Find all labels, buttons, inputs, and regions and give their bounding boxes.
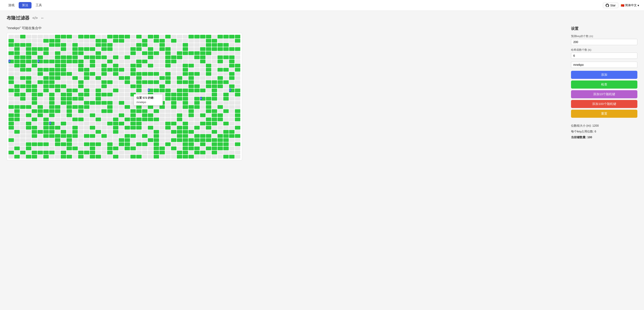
- grid-cell: [96, 76, 101, 80]
- n-input[interactable]: [571, 39, 637, 45]
- grid-cell: [26, 155, 31, 158]
- grid-cell: [154, 47, 159, 51]
- grid-cell: [177, 118, 182, 121]
- nav-game[interactable]: 游戏: [5, 2, 18, 8]
- grid-cell: [119, 105, 124, 109]
- grid-cell: [14, 39, 20, 43]
- grid-cell: [96, 97, 101, 101]
- grid-cell: [55, 126, 60, 130]
- grid-cell: [20, 130, 26, 134]
- grid-cell: [136, 35, 142, 38]
- add-10-button[interactable]: 添加10个随机键: [571, 90, 637, 98]
- grid-cell: [160, 126, 165, 130]
- grid-cell: [154, 64, 159, 67]
- grid-cell: [32, 35, 37, 38]
- grid-cell: [96, 101, 101, 105]
- grid-cell: [20, 151, 26, 155]
- grid-cell: [107, 68, 112, 72]
- grid-cell: [8, 84, 14, 88]
- grid-cell: [14, 101, 20, 105]
- grid-cell: [49, 113, 54, 117]
- grid-cell: [78, 142, 84, 146]
- grid-cell: [154, 51, 159, 55]
- grid-cell: [107, 39, 112, 43]
- grid-cell: [177, 147, 182, 150]
- grid-cell: [66, 51, 72, 55]
- grid-cell: [102, 147, 107, 150]
- add-button[interactable]: 添加: [571, 71, 637, 79]
- grid-cell: [107, 89, 112, 92]
- grid-cell: [90, 72, 95, 76]
- grid-cell: [49, 130, 54, 134]
- grid-cell: [38, 68, 43, 72]
- check-button[interactable]: 检查: [571, 81, 637, 89]
- k-input[interactable]: [571, 53, 637, 59]
- grid-cell: [183, 89, 188, 92]
- grid-cell: [188, 101, 194, 105]
- grid-cell: [212, 55, 217, 59]
- grid-cell: [90, 84, 95, 88]
- grid-cell: [90, 39, 95, 43]
- grid-cell: [235, 101, 240, 105]
- grid-cell: 5: [229, 89, 234, 92]
- grid-cell: [113, 76, 118, 80]
- grid-cell: [148, 60, 153, 63]
- grid-cell: [177, 89, 182, 92]
- grid-cell: [66, 93, 72, 96]
- grid-cell: [119, 138, 124, 142]
- grid-cell: [49, 134, 54, 138]
- bloom-area: "mnekpo" 可能在集合中 146523 位置 572 的键: mnekpo: [7, 26, 564, 160]
- grid-cell: [119, 55, 124, 59]
- grid-cell: [107, 93, 112, 96]
- grid-cell: [96, 47, 101, 51]
- grid-cell: [113, 55, 118, 59]
- grid-cell: [206, 155, 211, 158]
- grid-cell: [55, 138, 60, 142]
- grid-cell: [102, 130, 107, 134]
- key-input[interactable]: [571, 62, 637, 68]
- lang-button[interactable]: 🇨🇳 简体中文 ▾: [621, 3, 639, 7]
- stat-count: 当前键数量: 100: [571, 134, 637, 140]
- grid-cell: [78, 60, 84, 63]
- grid-cell: [165, 55, 171, 59]
- grid-cell: [235, 134, 240, 138]
- grid-cell: [200, 51, 206, 55]
- grid-cell: [26, 76, 31, 80]
- grid-cell: [96, 151, 101, 155]
- grid-cell: [102, 109, 107, 113]
- grid-cell: [32, 93, 37, 96]
- grid-cell: [102, 118, 107, 121]
- grid-cell: [66, 39, 72, 43]
- grid-cell: [165, 155, 171, 158]
- grid-cell: [119, 134, 124, 138]
- code-button[interactable]: </>: [32, 15, 38, 21]
- grid-cell: [183, 80, 188, 84]
- add-100-button[interactable]: 添加100个随机键: [571, 100, 637, 108]
- grid-cell: [235, 151, 240, 155]
- star-button[interactable]: Star: [603, 3, 618, 8]
- grid-cell: [124, 80, 130, 84]
- nav-tools[interactable]: 工具: [32, 2, 45, 8]
- nav-algorithm[interactable]: 算法: [19, 2, 32, 8]
- grid-cell: [8, 39, 14, 43]
- grid-cell: [32, 64, 37, 67]
- grid-cell: [61, 118, 66, 121]
- grid-cell: [55, 109, 60, 113]
- grid-cell: [212, 72, 217, 76]
- grid-cell: [14, 35, 20, 38]
- grid-cell: [26, 55, 31, 59]
- grid-cell: [8, 130, 14, 134]
- grid-cell: [154, 122, 159, 125]
- grid-cell: [102, 101, 107, 105]
- reset-button[interactable]: 重置: [571, 110, 637, 118]
- grid-cell: [8, 80, 14, 84]
- grid-cell: [113, 142, 118, 146]
- grid-cell: [119, 68, 124, 72]
- grid-cell: [43, 93, 49, 96]
- back-button[interactable]: ←: [41, 16, 44, 20]
- grid-cell: [171, 109, 176, 113]
- grid-cell: [148, 130, 153, 134]
- grid-cell: [206, 60, 211, 63]
- grid-cell: [61, 97, 66, 101]
- grid-cell: [72, 80, 78, 84]
